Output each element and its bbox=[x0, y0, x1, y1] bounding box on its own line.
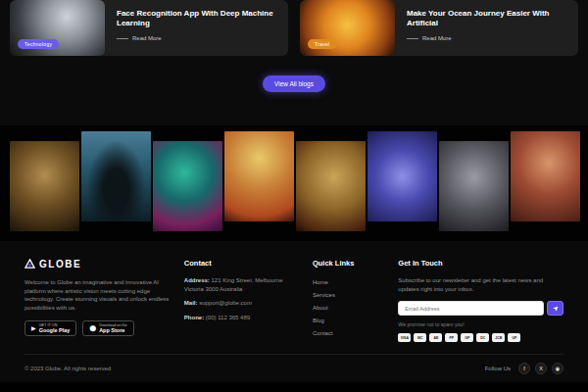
blog-card-body: Make Your Ocean Journey Easier With Arti… bbox=[395, 0, 578, 56]
gallery-image-crystal-figure[interactable] bbox=[368, 131, 437, 221]
quick-link-about[interactable]: About bbox=[313, 302, 384, 315]
subscribe-send-button[interactable]: ➤ bbox=[547, 301, 564, 316]
contact-mail: Mail: support@globe.com bbox=[184, 299, 299, 308]
footer-brand-column: GLOBE Welcome to Globe an imaginative an… bbox=[24, 259, 171, 342]
category-badge[interactable]: Technology bbox=[18, 39, 59, 49]
gallery-image-gray-robot[interactable] bbox=[439, 141, 509, 231]
payment-gpay-icon: GP bbox=[461, 333, 473, 342]
payment-jcb-icon: JCB bbox=[492, 333, 505, 342]
payment-amex-icon: AE bbox=[429, 333, 442, 342]
quick-link-home[interactable]: Home bbox=[313, 276, 384, 289]
payment-paypal-icon: PP bbox=[445, 333, 458, 342]
store-badge-text: GET IT ON Google Play bbox=[39, 323, 71, 333]
brand-name: GLOBE bbox=[39, 259, 81, 270]
store-name: Google Play bbox=[39, 327, 71, 333]
brand-description: Welcome to Globe an imaginative and inno… bbox=[24, 278, 171, 312]
quick-link-services[interactable]: Services bbox=[313, 289, 384, 302]
copyright-text: © 2023 Globe. All rights reserved bbox=[24, 366, 111, 371]
gallery-image-bronze-android[interactable] bbox=[10, 141, 79, 231]
send-icon: ➤ bbox=[549, 302, 562, 315]
gallery-image-golden-skull[interactable] bbox=[296, 141, 366, 231]
phone-label: Phone: bbox=[184, 315, 204, 320]
store-badge-text: Download on the App Store bbox=[99, 323, 127, 333]
blog-card-title: Face Recognition App With Deep Machine L… bbox=[117, 9, 278, 28]
email-input[interactable] bbox=[398, 301, 544, 316]
phone-value[interactable]: (00) 112 365 489 bbox=[206, 315, 250, 320]
footer-contact-column: Contact Address: 121 King Street, Melbou… bbox=[184, 259, 299, 342]
globe-logo-icon bbox=[24, 259, 35, 270]
read-more-link[interactable]: Read More bbox=[117, 35, 278, 41]
contact-phone: Phone: (00) 112 365 489 bbox=[184, 314, 299, 322]
blog-card-thumbnail: Technology bbox=[10, 0, 105, 56]
payment-discover-icon: DC bbox=[476, 333, 489, 342]
footer: GLOBE Welcome to Globe an imaginative an… bbox=[0, 241, 588, 382]
footer-quicklinks-column: Quick Links Home Services About Blog Con… bbox=[313, 259, 384, 342]
read-more-label: Read More bbox=[422, 35, 452, 41]
twitter-x-icon[interactable]: X bbox=[535, 363, 547, 374]
google-play-icon: ▶ bbox=[31, 325, 36, 331]
footer-columns: GLOBE Welcome to Globe an imaginative an… bbox=[24, 259, 564, 342]
brand-logo[interactable]: GLOBE bbox=[24, 259, 171, 270]
instagram-icon[interactable]: ◉ bbox=[552, 363, 564, 374]
quick-link-blog[interactable]: Blog bbox=[313, 315, 384, 327]
payment-unionpay-icon: UP bbox=[508, 333, 520, 342]
dash-decoration bbox=[407, 38, 418, 39]
gallery-image-blonde-sunglasses[interactable] bbox=[224, 131, 294, 221]
contact-heading: Contact bbox=[184, 259, 299, 268]
no-spam-note: We promise not to spam you! bbox=[398, 321, 564, 327]
dash-decoration bbox=[117, 38, 128, 39]
store-name: App Store bbox=[99, 327, 127, 333]
address-label: Address: bbox=[184, 277, 210, 283]
blog-card-face-recognition[interactable]: Technology Face Recognition App With Dee… bbox=[10, 0, 288, 56]
payment-visa-icon: VISA bbox=[398, 333, 411, 342]
newsletter-text: Subscribe to our newsletter and get the … bbox=[398, 276, 564, 293]
gallery-image-vivid-hat[interactable] bbox=[153, 141, 222, 231]
blog-card-thumbnail: Travel bbox=[300, 0, 395, 56]
get-in-touch-heading: Get In Touch bbox=[398, 259, 564, 268]
payment-mastercard-icon: MC bbox=[414, 333, 426, 342]
mail-label: Mail: bbox=[184, 300, 198, 306]
footer-bottom-bar: © 2023 Globe. All rights reserved Follow… bbox=[24, 354, 564, 382]
read-more-link[interactable]: Read More bbox=[407, 35, 568, 41]
ai-art-gallery bbox=[0, 125, 588, 241]
facebook-icon[interactable]: f bbox=[518, 363, 530, 374]
view-all-wrap: View All blogs bbox=[10, 75, 578, 92]
gallery-image-red-haired[interactable] bbox=[511, 131, 580, 221]
subscribe-row: ➤ bbox=[398, 301, 564, 316]
payment-icons-row: VISA MC AE PP GP DC JCB UP bbox=[398, 333, 564, 342]
blog-section: Technology Face Recognition App With Dee… bbox=[0, 0, 588, 125]
quick-link-contact[interactable]: Contact bbox=[313, 327, 384, 340]
blog-cards-row: Technology Face Recognition App With Dee… bbox=[10, 0, 578, 56]
apple-icon: ⬤ bbox=[89, 325, 96, 331]
blog-card-ocean-journey[interactable]: Travel Make Your Ocean Journey Easier Wi… bbox=[300, 0, 578, 56]
category-badge[interactable]: Travel bbox=[308, 39, 337, 49]
blog-card-body: Face Recognition App With Deep Machine L… bbox=[105, 0, 288, 56]
read-more-label: Read More bbox=[132, 35, 162, 41]
google-play-badge[interactable]: ▶ GET IT ON Google Play bbox=[24, 320, 76, 336]
app-store-badge[interactable]: ⬤ Download on the App Store bbox=[82, 320, 133, 336]
blog-card-title: Make Your Ocean Journey Easier With Arti… bbox=[407, 9, 568, 28]
follow-us-group: Follow Us f X ◉ bbox=[485, 363, 564, 374]
gallery-image-hooded-figure[interactable] bbox=[81, 131, 151, 221]
quick-links-heading: Quick Links bbox=[313, 259, 384, 268]
footer-getintouch-column: Get In Touch Subscribe to our newsletter… bbox=[398, 259, 564, 342]
store-badges: ▶ GET IT ON Google Play ⬤ Download on th… bbox=[24, 320, 171, 336]
contact-address: Address: 121 King Street, Melbourne Vict… bbox=[184, 276, 299, 293]
follow-us-label: Follow Us bbox=[485, 366, 511, 371]
mail-value[interactable]: support@globe.com bbox=[199, 300, 252, 306]
view-all-blogs-button[interactable]: View All blogs bbox=[263, 75, 325, 92]
